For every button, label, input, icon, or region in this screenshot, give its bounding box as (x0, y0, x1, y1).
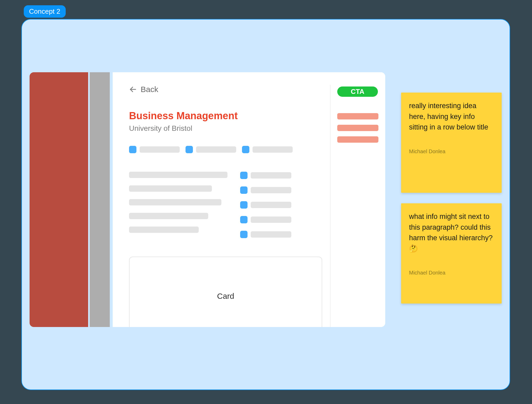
placeholder-bar (129, 213, 208, 219)
chip-marker-icon (242, 146, 249, 153)
chip-marker-icon (240, 216, 248, 223)
chip-marker-icon (186, 146, 193, 153)
back-button[interactable]: Back (129, 85, 322, 94)
placeholder-bar (251, 172, 291, 179)
placeholder-bar (129, 199, 221, 205)
design-frame: Back Business Management University of B… (21, 19, 510, 390)
sticky-note-text: what info might sit next to this paragra… (409, 211, 494, 254)
rail-links-placeholder (337, 113, 378, 143)
placeholder-bar (337, 113, 378, 119)
sticky-note[interactable]: what info might sit next to this paragra… (401, 203, 502, 304)
sticky-note[interactable]: really interesting idea here, having key… (401, 93, 502, 193)
placeholder-bar (251, 187, 291, 193)
placeholder-bar (196, 146, 236, 153)
placeholder-bar (140, 146, 180, 153)
placeholder-bar (129, 227, 199, 233)
card-placeholder: Card (129, 257, 322, 327)
cta-button[interactable]: CTA (337, 86, 378, 97)
info-chip (242, 146, 293, 153)
chip-marker-icon (240, 201, 248, 209)
page-subtitle: University of Bristol (129, 124, 322, 133)
info-chip (240, 201, 291, 209)
sidebar-red-panel (30, 72, 88, 327)
placeholder-bar (129, 172, 227, 178)
arrow-left-icon (129, 85, 137, 93)
info-chip (186, 146, 236, 153)
content-area: Back Business Management University of B… (129, 85, 330, 327)
info-chip (240, 216, 291, 223)
placeholder-bar (337, 125, 378, 131)
mockup-wireframe: Back Business Management University of B… (22, 72, 385, 327)
concept-badge: Concept 2 (24, 5, 66, 18)
paragraph-placeholder-column (129, 172, 227, 238)
chip-marker-icon (240, 231, 248, 238)
sticky-note-author: Michael Donlea (409, 270, 494, 276)
chip-marker-icon (240, 186, 248, 194)
key-info-column (240, 172, 291, 238)
info-chip (240, 186, 291, 194)
info-chip (240, 231, 291, 238)
info-chip (129, 146, 180, 153)
placeholder-bar (253, 146, 293, 153)
chip-marker-icon (240, 172, 248, 179)
placeholder-bar (251, 202, 291, 208)
back-label: Back (141, 85, 158, 94)
right-rail: CTA (330, 85, 378, 327)
main-panel: Back Business Management University of B… (113, 72, 385, 327)
info-chip (240, 172, 291, 179)
placeholder-bar (251, 217, 291, 223)
placeholder-bar (129, 185, 212, 192)
info-chip-row (129, 146, 322, 153)
sticky-note-text: really interesting idea here, having key… (409, 100, 494, 133)
two-column-section (129, 172, 322, 238)
page-title: Business Management (129, 110, 322, 122)
sticky-note-author: Michael Donlea (409, 148, 494, 155)
placeholder-bar (337, 136, 378, 143)
chip-marker-icon (129, 146, 136, 153)
sidebar-gray-panel (90, 72, 110, 327)
placeholder-bar (251, 231, 291, 238)
